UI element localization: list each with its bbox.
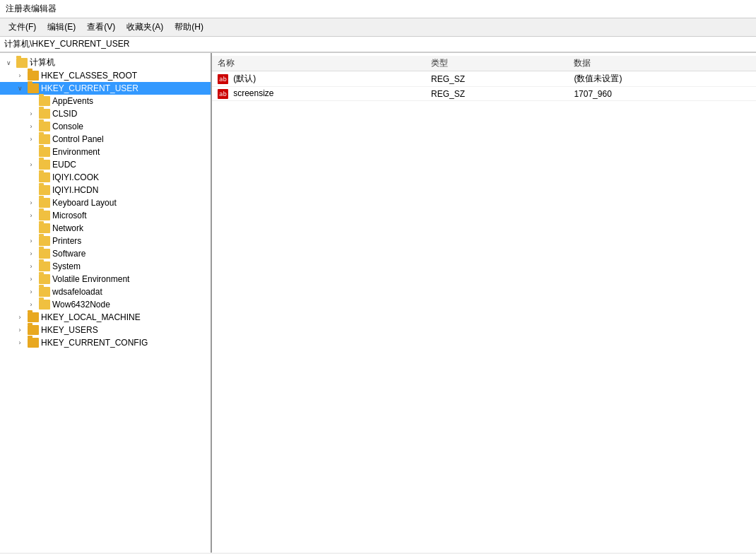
expand-hkcc[interactable]: › [14, 337, 25, 348]
registry-values-table: 名称 类型 数据 ab (默认) REG_SZ (数值未设置) ab [212, 56, 756, 101]
reg-type-icon-screensize: ab [218, 89, 228, 99]
tree-item-hkey-current-config[interactable]: › HKEY_CURRENT_CONFIG [0, 336, 211, 349]
expand-iqiyi-cook[interactable] [25, 172, 37, 183]
tree-item-volatile-environment[interactable]: › Volatile Environment [0, 273, 211, 285]
tree-item-iqiyi-cook[interactable]: IQIYI.COOK [0, 171, 211, 184]
tree-item-wow6432node[interactable]: › Wow6432Node [0, 298, 211, 311]
folder-icon-system [39, 261, 50, 271]
left-panel: ∨ 计算机 › HKEY_CLASSES_ROOT ↓ ∨ HKEY_CURRE… [0, 53, 212, 553]
tree-item-computer[interactable]: ∨ 计算机 [0, 56, 211, 69]
reg-name-default: ab (默认) [212, 71, 425, 87]
menu-favorites[interactable]: 收藏夹(A) [121, 20, 169, 35]
reg-name-text-screensize: screensize [233, 88, 273, 98]
tree-item-appevents[interactable]: AppEvents [0, 95, 211, 107]
folder-icon-hku [28, 325, 39, 335]
expand-hkcu[interactable]: ∨ [14, 83, 25, 94]
col-header-type: 类型 [425, 56, 568, 71]
folder-icon-hkcc [28, 338, 39, 348]
folder-icon-software [39, 249, 50, 259]
tree-label-control-panel: Control Panel [52, 134, 104, 144]
folder-icon-iqiyi-hcdn [39, 185, 50, 195]
folder-icon-computer [16, 58, 28, 68]
tree-label-hkcu: HKEY_CURRENT_USER [41, 83, 138, 93]
expand-appevents[interactable] [25, 95, 37, 107]
menu-file[interactable]: 文件(F) [3, 20, 42, 35]
folder-icon-appevents [39, 96, 50, 106]
expand-printers[interactable]: › [25, 235, 37, 247]
tree-label-iqiyi-cook: IQIYI.COOK [52, 172, 99, 182]
folder-icon-microsoft [39, 211, 50, 220]
tree-label-hkcr: HKEY_CLASSES_ROOT [41, 71, 137, 81]
folder-icon-eudc [39, 160, 50, 170]
expand-control-panel[interactable]: › [25, 134, 37, 145]
expand-volatile-environment[interactable]: › [25, 273, 37, 285]
tree-label-wdsafeloadat: wdsafeloadat [52, 287, 102, 297]
folder-icon-iqiyi-cook [39, 172, 50, 182]
address-bar: 计算机\HKEY_CURRENT_USER [0, 37, 756, 52]
tree-item-system[interactable]: › System [0, 260, 211, 273]
table-row[interactable]: ab screensize REG_SZ 1707_960 [212, 87, 756, 101]
menu-view[interactable]: 查看(V) [81, 20, 121, 35]
folder-icon-wdsafeloadat [39, 287, 50, 297]
expand-console[interactable]: › [25, 121, 37, 132]
tree-label-network: Network [52, 223, 83, 233]
table-row[interactable]: ab (默认) REG_SZ (数值未设置) [212, 71, 756, 87]
tree-item-microsoft[interactable]: › Microsoft [0, 209, 211, 222]
tree-item-software[interactable]: › Software [0, 247, 211, 260]
tree-label-appevents: AppEvents [52, 96, 93, 106]
menu-help[interactable]: 帮助(H) [169, 20, 209, 35]
reg-type-default: REG_SZ [425, 71, 568, 87]
tree-item-wdsafeloadat[interactable]: › wdsafeloadat [0, 285, 211, 298]
tree-item-network[interactable]: Network [0, 222, 211, 235]
folder-icon-clsid [39, 109, 50, 119]
tree-label-wow6432node: Wow6432Node [52, 300, 110, 310]
expand-keyboard-layout[interactable]: › [25, 197, 37, 208]
tree-item-clsid[interactable]: › CLSID [0, 107, 211, 120]
reg-name-screensize: ab screensize [212, 87, 425, 101]
folder-icon-network [39, 223, 50, 233]
tree-item-hkey-users[interactable]: › HKEY_USERS [0, 324, 211, 336]
tree-label-volatile-environment: Volatile Environment [52, 274, 129, 284]
expand-eudc[interactable]: › [25, 159, 37, 170]
reg-name-text-default: (默认) [233, 73, 256, 83]
tree-item-keyboard-layout[interactable]: › Keyboard Layout [0, 196, 211, 209]
tree-label-eudc: EUDC [52, 160, 76, 170]
reg-data-default: (数值未设置) [568, 71, 756, 87]
tree-item-eudc[interactable]: › EUDC [0, 158, 211, 171]
expand-hku[interactable]: › [14, 324, 25, 336]
folder-icon-console [39, 122, 50, 131]
tree-label-system: System [52, 261, 81, 271]
expand-system[interactable]: › [25, 261, 37, 272]
expand-environment[interactable] [25, 146, 37, 158]
reg-type-icon-default: ab [218, 74, 228, 84]
folder-icon-hklm [28, 312, 39, 322]
expand-clsid[interactable]: › [25, 108, 37, 119]
expand-microsoft[interactable]: › [25, 210, 37, 221]
folder-icon-wow6432node [39, 300, 50, 310]
expand-wdsafeloadat[interactable]: › [25, 286, 37, 297]
tree-item-iqiyi-hcdn[interactable]: IQIYI.HCDN [0, 184, 211, 196]
expand-iqiyi-hcdn[interactable] [25, 184, 37, 196]
tree-item-console[interactable]: › Console [0, 120, 211, 133]
expand-software[interactable]: › [25, 248, 37, 259]
expand-hkey-classes-root[interactable]: › [14, 70, 25, 81]
tree-item-hkey-local-machine[interactable]: › HKEY_LOCAL_MACHINE [0, 311, 211, 324]
menu-edit[interactable]: 编辑(E) [42, 20, 81, 35]
col-header-data: 数据 [568, 56, 756, 71]
tree-item-control-panel[interactable]: › Control Panel [0, 133, 211, 146]
address-text: 计算机\HKEY_CURRENT_USER [4, 38, 129, 50]
title-text: 注册表编辑器 [6, 4, 57, 13]
expand-wow6432node[interactable]: › [25, 299, 37, 310]
tree-label-microsoft: Microsoft [52, 211, 87, 220]
tree-item-environment[interactable]: Environment [0, 146, 211, 158]
tree-label-console: Console [52, 122, 83, 131]
expand-computer[interactable]: ∨ [3, 57, 14, 69]
tree-item-hkey-classes-root[interactable]: › HKEY_CLASSES_ROOT [0, 69, 211, 82]
tree-item-hkey-current-user[interactable]: ↓ ∨ HKEY_CURRENT_USER [0, 82, 211, 95]
main-layout: ∨ 计算机 › HKEY_CLASSES_ROOT ↓ ∨ HKEY_CURRE… [0, 52, 756, 553]
tree-item-printers[interactable]: › Printers [0, 235, 211, 247]
menu-bar: 文件(F) 编辑(E) 查看(V) 收藏夹(A) 帮助(H) [0, 18, 756, 37]
expand-hklm[interactable]: › [14, 312, 25, 323]
expand-network[interactable] [25, 223, 37, 234]
folder-icon-printers [39, 236, 50, 246]
